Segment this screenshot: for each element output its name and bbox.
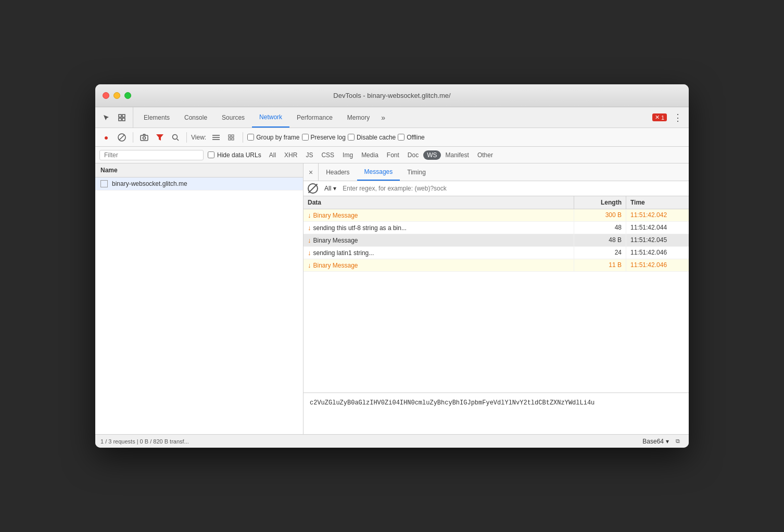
filter-img[interactable]: Img	[339, 150, 357, 160]
camera-button[interactable]	[137, 131, 151, 144]
tab-console[interactable]: Console	[177, 107, 214, 128]
tab-memory[interactable]: Memory	[340, 107, 377, 128]
filter-all[interactable]: All	[265, 150, 280, 160]
filter-manifest[interactable]: Manifest	[442, 150, 473, 160]
filter-types: All XHR JS CSS Img Media Font Doc WS Man…	[265, 150, 497, 160]
col-length-header: Length	[574, 196, 626, 209]
tab-network[interactable]: Network	[252, 107, 289, 128]
arrow-down-icon: ↓	[308, 261, 311, 269]
messages-filter-dropdown[interactable]: All ▾	[321, 184, 339, 193]
requests-list: binary-websocket.glitch.me	[95, 178, 303, 434]
no-filter-icon[interactable]	[308, 183, 318, 194]
dropdown-chevron-icon: ▾	[333, 185, 336, 192]
col-time-header: Time	[626, 196, 689, 209]
group-by-frame-label: Group by frame	[256, 134, 299, 141]
search-button[interactable]	[169, 131, 182, 144]
request-item[interactable]: binary-websocket.glitch.me	[95, 178, 303, 191]
tab-elements[interactable]: Elements	[136, 107, 177, 128]
error-badge[interactable]: ✕ 1	[652, 113, 667, 121]
clear-button[interactable]	[115, 131, 129, 144]
toolbar-divider-2	[186, 132, 187, 143]
main-content: Name binary-websocket.glitch.me × Header…	[95, 163, 689, 434]
close-button[interactable]	[103, 92, 109, 99]
message-length: 300 B	[574, 209, 626, 221]
detail-close-button[interactable]: ×	[304, 163, 319, 181]
message-data: ↓ Binary Message	[304, 234, 574, 246]
message-data: ↓ Binary Message	[304, 259, 574, 271]
filter-font[interactable]: Font	[383, 150, 403, 160]
preserve-log-group: Preserve log	[302, 134, 346, 141]
message-time: 11:51:42.044	[626, 222, 689, 234]
list-view-button[interactable]	[209, 131, 223, 144]
disable-cache-checkbox[interactable]	[348, 134, 355, 141]
filter-media[interactable]: Media	[358, 150, 382, 160]
filter-js[interactable]: JS	[302, 150, 317, 160]
encoding-select[interactable]: Base64 ▾	[642, 438, 669, 445]
binary-data-section: c2VuZGluZyB0aGlzIHV0Zi04IHN0cmluZyBhcyBh…	[304, 392, 689, 434]
maximize-button[interactable]	[124, 92, 131, 99]
filter-button[interactable]	[153, 131, 167, 144]
arrow-down-icon: ↓	[308, 236, 311, 244]
messages-header: Data Length Time	[304, 196, 689, 209]
svg-line-5	[119, 135, 124, 140]
tab-timing[interactable]: Timing	[400, 163, 433, 181]
offline-label: Offline	[407, 134, 424, 141]
message-time: 11:51:42.046	[626, 259, 689, 271]
detail-panel: × Headers Messages Timing All ▾	[304, 163, 689, 434]
preserve-log-checkbox[interactable]	[302, 134, 309, 141]
filter-ws[interactable]: WS	[423, 150, 440, 160]
svg-rect-15	[229, 138, 231, 140]
messages-regex-input[interactable]	[343, 185, 685, 192]
tab-performance[interactable]: Performance	[289, 107, 340, 128]
message-row[interactable]: ↓ Binary Message 300 B 11:51:42.042	[304, 209, 689, 222]
svg-rect-14	[232, 135, 234, 137]
hide-data-urls-group: Hide data URLs	[208, 151, 261, 159]
view-label: View:	[191, 134, 206, 141]
tab-messages[interactable]: Messages	[357, 163, 400, 181]
more-options-button[interactable]: ⋮	[671, 112, 685, 123]
toolbar-divider-1	[133, 132, 133, 143]
svg-point-7	[143, 136, 146, 139]
offline-checkbox[interactable]	[398, 134, 404, 141]
inspect-icon[interactable]	[115, 111, 129, 124]
copy-icon: ⧉	[676, 438, 680, 445]
message-length: 24	[574, 247, 626, 259]
message-row[interactable]: ↓ Binary Message 11 B 11:51:42.046	[304, 259, 689, 272]
copy-button[interactable]: ⧉	[672, 436, 684, 447]
tab-headers[interactable]: Headers	[319, 163, 357, 181]
record-button[interactable]: ●	[99, 131, 113, 144]
message-row[interactable]: ↓ sending this utf-8 string as a bin... …	[304, 222, 689, 234]
status-bar: 1 / 3 requests | 0 B / 820 B transf... B…	[95, 434, 689, 448]
tab-right: ✕ 1 ⋮	[652, 112, 685, 123]
filter-xhr[interactable]: XHR	[281, 150, 301, 160]
message-time: 11:51:42.046	[626, 247, 689, 259]
hide-data-urls-checkbox[interactable]	[208, 151, 214, 158]
filter-doc[interactable]: Doc	[404, 150, 422, 160]
arrow-down-icon: ↓	[308, 224, 311, 232]
filter-bar: Hide data URLs All XHR JS CSS Img Media …	[95, 147, 689, 163]
requests-header: Name	[95, 163, 303, 178]
svg-rect-3	[122, 118, 125, 121]
tab-icons	[99, 107, 133, 128]
filter-css[interactable]: CSS	[318, 150, 338, 160]
svg-rect-2	[119, 118, 121, 121]
binary-data-content: c2VuZGluZyB0aGlzIHV0Zi04IHN0cmluZyBhcyBh…	[310, 399, 595, 407]
filter-other[interactable]: Other	[474, 150, 497, 160]
encoding-chevron-icon: ▾	[666, 438, 669, 445]
encoding-label: Base64	[642, 438, 664, 445]
disable-cache-group: Disable cache	[348, 134, 396, 141]
message-time: 11:51:42.045	[626, 234, 689, 246]
more-tabs-button[interactable]: »	[377, 113, 389, 122]
cursor-icon[interactable]	[99, 111, 113, 124]
message-data: ↓ Binary Message	[304, 209, 574, 221]
message-row[interactable]: ↓ Binary Message 48 B 11:51:42.045	[304, 234, 689, 247]
message-time: 11:51:42.042	[626, 209, 689, 221]
tree-view-button[interactable]	[225, 131, 238, 144]
message-row[interactable]: ↓ sending latin1 string... 24 11:51:42.0…	[304, 247, 689, 259]
filter-input[interactable]	[99, 150, 204, 160]
messages-filter: All ▾	[304, 181, 689, 196]
tab-sources[interactable]: Sources	[214, 107, 252, 128]
group-by-frame-group: Group by frame	[247, 134, 299, 141]
group-by-frame-checkbox[interactable]	[247, 134, 254, 141]
minimize-button[interactable]	[113, 92, 120, 99]
